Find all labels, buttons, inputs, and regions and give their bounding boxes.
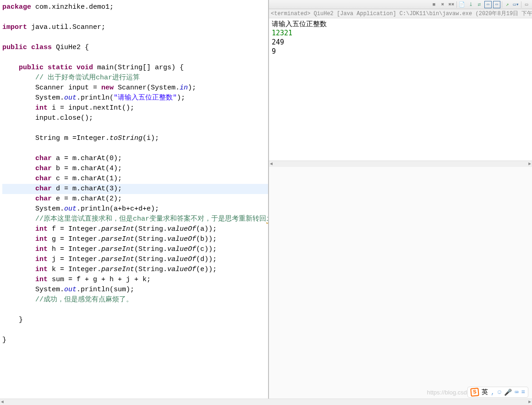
ime-face-icon[interactable]: ☺ xyxy=(498,388,501,396)
ime-lang-label[interactable]: 英 xyxy=(482,388,488,396)
code-line: //原本这里尝试直接求和，但是char变量求和答案不对，于是思考重新转回int变… xyxy=(2,214,268,224)
pin-console-icon[interactable]: ▭ xyxy=(493,1,500,8)
code-line xyxy=(2,33,268,43)
code-line: //成功，但是感觉有点麻烦了。 xyxy=(2,295,268,305)
code-line: int f = Integer.parseInt(String.valueOf(… xyxy=(2,224,268,234)
console-hscroll[interactable]: ◄ ► xyxy=(269,161,532,167)
scroll-left-icon[interactable]: ◄ xyxy=(270,161,273,166)
console-line: 9 xyxy=(272,47,529,56)
editor-hscroll[interactable]: ◄ ► xyxy=(0,399,532,405)
code-line: } xyxy=(2,315,268,325)
code-line: int h = Integer.parseInt(String.valueOf(… xyxy=(2,244,268,255)
terminate-icon[interactable]: ■ xyxy=(430,1,438,8)
code-line: // 出于好奇尝试用char进行运算 xyxy=(2,73,268,83)
code-line xyxy=(2,123,268,133)
show-console-icon[interactable]: ▭ xyxy=(484,1,492,8)
code-line: int i = input.nextInt(); xyxy=(2,103,268,113)
sogou-logo-icon[interactable]: S xyxy=(471,388,480,397)
console-line: 请输入五位正整数 xyxy=(272,19,529,28)
code-line: int j = Integer.parseInt(String.valueOf(… xyxy=(2,255,268,265)
code-line xyxy=(2,305,268,315)
console-line: 12321 xyxy=(272,28,529,38)
code-line: import java.util.Scanner; xyxy=(2,22,268,33)
scroll-right-icon[interactable]: ► xyxy=(528,161,531,166)
clear-console-icon[interactable]: 📄 xyxy=(458,1,466,8)
code-line xyxy=(2,325,268,335)
ime-toolbar[interactable]: S 英 , ☺ 🎤 ⌨ ≡ xyxy=(467,387,528,398)
code-line xyxy=(2,144,268,154)
scroll-right-icon[interactable]: ► xyxy=(528,399,531,405)
open-console-icon[interactable]: ↗ xyxy=(504,1,511,8)
word-wrap-icon[interactable]: ⇄ xyxy=(476,1,483,8)
code-editor[interactable]: package com.xinzhike.demo1; import java.… xyxy=(0,0,268,405)
code-line-highlighted: char d = m.charAt(3); xyxy=(2,184,268,194)
code-line: System.out.println(a+b+c+d+e); xyxy=(2,204,268,214)
code-line: public static void main(String[] args) { xyxy=(2,63,268,73)
code-line xyxy=(2,53,268,63)
code-line: package com.xinzhike.demo1; xyxy=(2,2,268,12)
code-line xyxy=(2,12,268,22)
ime-punct-icon[interactable]: , xyxy=(491,388,494,396)
console-toolbar: ■ ✖ ✖✖ 📄 ⤓ ⇄ ▭ ▭ ↗ ▭▾ ▭ xyxy=(269,0,532,9)
console-line: 249 xyxy=(272,38,529,47)
code-line: input.close(); xyxy=(2,113,268,123)
display-selected-icon[interactable]: ▭▾ xyxy=(512,1,520,8)
code-line: int k = Integer.parseInt(String.valueOf(… xyxy=(2,265,268,275)
code-line: char a = m.charAt(0); xyxy=(2,154,268,164)
console-status: <terminated> QiuHe2 [Java Application] C… xyxy=(269,9,532,18)
ime-menu-icon[interactable]: ≡ xyxy=(521,388,525,396)
ime-keyboard-icon[interactable]: ⌨ xyxy=(515,388,518,396)
code-line: } xyxy=(2,335,268,345)
code-line: char e = m.charAt(2); xyxy=(2,194,268,204)
code-line: char b = m.charAt(4); xyxy=(2,164,268,174)
code-line: Scanner input = new Scanner(System.in); xyxy=(2,83,268,93)
ime-voice-icon[interactable]: 🎤 xyxy=(504,388,512,396)
scroll-lock-icon[interactable]: ⤓ xyxy=(467,1,474,8)
code-line: System.out.println("请输入五位正整数"); xyxy=(2,93,268,103)
code-line: String m =Integer.toString(i); xyxy=(2,133,268,144)
minimize-icon[interactable]: ▭ xyxy=(523,1,530,8)
code-line: char c = m.charAt(1); xyxy=(2,174,268,184)
console-panel: ■ ✖ ✖✖ 📄 ⤓ ⇄ ▭ ▭ ↗ ▭▾ ▭ <terminated> Qiu… xyxy=(268,0,532,405)
code-line: int sum = f + g + h + j + k; xyxy=(2,275,268,285)
code-line: int g = Integer.parseInt(String.valueOf(… xyxy=(2,234,268,244)
console-output[interactable]: 请输入五位正整数123212499 xyxy=(269,18,532,161)
code-line: System.out.println(sum); xyxy=(2,285,268,295)
remove-all-icon[interactable]: ✖✖ xyxy=(448,1,455,8)
code-line: public class QiuHe2 { xyxy=(2,43,268,53)
remove-launch-icon[interactable]: ✖ xyxy=(439,1,446,8)
scroll-left-icon[interactable]: ◄ xyxy=(1,399,4,405)
